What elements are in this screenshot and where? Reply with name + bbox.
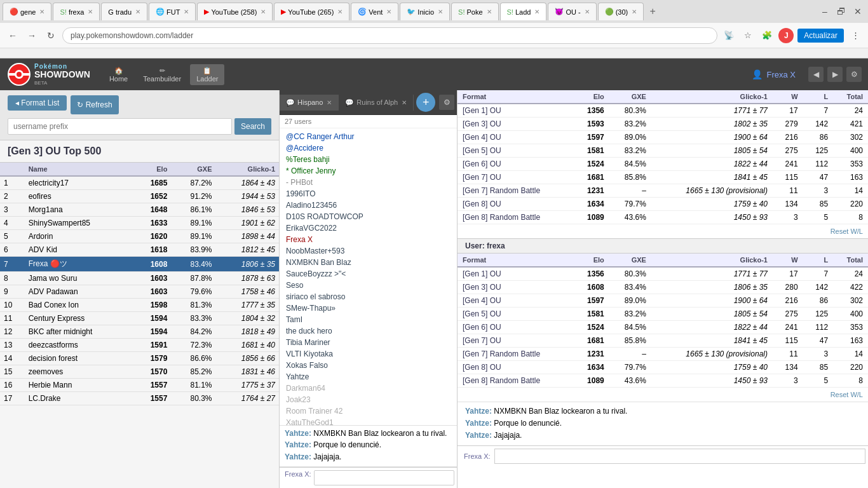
tab-close-inicio[interactable]: ✕ xyxy=(438,8,443,15)
nav-teambuilder-button[interactable]: ✏ Teambuilder xyxy=(137,64,187,85)
chat-user-item[interactable]: 1996ITO xyxy=(280,188,457,200)
nav-left-button[interactable]: ◀ xyxy=(808,67,824,82)
ladder-row[interactable]: 8 Jama wo Suru 1603 87.8% 1878 ± 63 xyxy=(0,272,279,285)
browser-tab-ou[interactable]: 😈 OU - ✕ xyxy=(548,3,596,20)
ladder-scroll[interactable]: Name Elo GXE Glicko-1 1 electricity17 16… xyxy=(0,163,279,488)
back-button[interactable]: ← xyxy=(5,28,20,43)
tab-close-ladd[interactable]: ✕ xyxy=(534,8,539,15)
browser-bookmark-button[interactable]: ☆ xyxy=(740,28,756,43)
chat-user-item[interactable]: SMew-Thapu» xyxy=(280,302,457,314)
minimize-button[interactable]: – xyxy=(817,4,832,19)
browser-tab-ladd[interactable]: S! Ladd ✕ xyxy=(500,3,547,20)
ladder-row[interactable]: 10 Bad Conex Ion 1598 81.3% 1777 ± 35 xyxy=(0,299,279,312)
forward-button[interactable]: → xyxy=(24,28,39,43)
ladder-row[interactable]: 7 Frexa 🔴ツ 1608 83.4% 1806 ± 35 xyxy=(0,257,279,272)
tab-hispano-close[interactable]: ✕ xyxy=(327,99,332,106)
chat-user-item[interactable]: VLTI Kiyotaka xyxy=(280,348,457,360)
chat-user-item[interactable]: SauceBoyzzz >"< xyxy=(280,268,457,280)
browser-tab-fut[interactable]: 🌐 FUT ✕ xyxy=(149,3,196,20)
maximize-button[interactable]: 🗗 xyxy=(834,4,849,19)
chat-user-item[interactable]: the duck hero xyxy=(280,325,457,337)
chat-user-item[interactable]: TamI xyxy=(280,314,457,325)
chat-user-item[interactable]: Aladino123456 xyxy=(280,200,457,211)
ladder-row[interactable]: 1 electricity17 1685 87.2% 1864 ± 43 xyxy=(0,176,279,190)
ladder-row[interactable]: 9 ADV Padawan 1603 79.6% 1758 ± 46 xyxy=(0,285,279,299)
browser-tab-yt2[interactable]: ▶ YouTube (265) ✕ xyxy=(274,3,349,20)
chat-user-item[interactable]: Darkman64 xyxy=(280,383,457,394)
nav-ladder-button[interactable]: 📋 Ladder xyxy=(190,64,224,85)
room-settings-button[interactable]: ⚙ xyxy=(439,95,454,110)
ladder-row[interactable]: 2 eofires 1652 91.2% 1944 ± 53 xyxy=(0,190,279,203)
tab-ruins[interactable]: 💬 Ruins of Alph ✕ xyxy=(339,95,414,111)
nav-home-button[interactable]: 🏠 Home xyxy=(103,64,134,85)
ladder-row[interactable]: 5 Ardorin 1620 89.1% 1898 ± 44 xyxy=(0,230,279,243)
tab-close-30[interactable]: ✕ xyxy=(632,8,637,15)
ladder-row[interactable]: 16 Herbie Mann 1557 81.1% 1775 ± 37 xyxy=(0,379,279,392)
browser-tab-frexa[interactable]: S! frexa ✕ xyxy=(53,3,100,20)
tab-close-frexa[interactable]: ✕ xyxy=(88,8,93,15)
tab-hispano[interactable]: 💬 Hispano ✕ xyxy=(280,95,339,111)
refresh-button[interactable]: ↻ Refresh xyxy=(71,95,118,114)
chat-user-item[interactable]: Xokas Falso xyxy=(280,360,457,371)
browser-account-avatar[interactable]: J xyxy=(778,28,794,43)
ladder-row[interactable]: 15 zeemoves 1570 85.2% 1831 ± 46 xyxy=(0,365,279,379)
update-button[interactable]: Actualizar xyxy=(797,29,844,43)
tab-close-yt2[interactable]: ✕ xyxy=(337,8,342,15)
browser-tab-tradu[interactable]: G tradu ✕ xyxy=(101,3,147,20)
search-button[interactable]: Search xyxy=(234,118,271,135)
chat-user-item[interactable]: D10S ROADTOWCOP xyxy=(280,211,457,222)
reload-button[interactable]: ↻ xyxy=(43,28,58,43)
add-room-button[interactable]: + xyxy=(416,93,435,112)
tab-ruins-close[interactable]: ✕ xyxy=(402,99,407,106)
close-window-button[interactable]: ✕ xyxy=(850,4,865,19)
chat-user-item[interactable]: Tibia Mariner xyxy=(280,337,457,348)
ladder-row[interactable]: 14 decision forest 1579 86.6% 1856 ± 66 xyxy=(0,352,279,365)
chat-user-item[interactable]: Room Trainer 42 xyxy=(280,405,457,417)
right-chat-field[interactable] xyxy=(494,449,865,464)
ladder-row[interactable]: 13 deezcastforms 1591 72.3% 1681 ± 40 xyxy=(0,339,279,352)
settings-button[interactable]: ⚙ xyxy=(846,67,862,82)
chat-user-item[interactable]: XatuTheGod1 xyxy=(280,417,457,425)
new-tab-button[interactable]: + xyxy=(645,4,660,19)
reset-wl-link-top[interactable]: Reset W/L xyxy=(831,227,863,235)
tab-close-tradu[interactable]: ✕ xyxy=(135,8,140,15)
browser-tab-inicio[interactable]: 🐦 Inicio ✕ xyxy=(400,3,450,20)
ladder-row[interactable]: 12 BKC after midnight 1594 84.2% 1818 ± … xyxy=(0,325,279,339)
browser-extensions-button[interactable]: 🧩 xyxy=(759,28,775,43)
tab-close-gene[interactable]: ✕ xyxy=(39,8,44,15)
chat-user-item[interactable]: Seso xyxy=(280,280,457,291)
browser-tab-poke[interactable]: S! Poke ✕ xyxy=(451,3,498,20)
chat-user-item[interactable]: siriaco el sabroso xyxy=(280,291,457,302)
address-bar[interactable]: play.pokemonshowdown.com/ladder xyxy=(62,27,717,44)
chat-user-item[interactable]: Frexa X xyxy=(280,234,457,245)
browser-tab-vent[interactable]: 🌀 Vent ✕ xyxy=(351,3,398,20)
nav-right-button[interactable]: ▶ xyxy=(827,67,843,82)
chat-user-item[interactable]: Yahtze xyxy=(280,371,457,383)
tab-close-vent[interactable]: ✕ xyxy=(386,8,391,15)
search-input[interactable] xyxy=(8,118,232,135)
browser-cast-button[interactable]: 📡 xyxy=(721,28,736,43)
ladder-row[interactable]: 17 LC.Drake 1557 80.3% 1764 ± 27 xyxy=(0,392,279,405)
chat-user-item[interactable]: NXMBKN Ban Blaz xyxy=(280,257,457,268)
chat-user-item[interactable]: @CC Ranger Arthur xyxy=(280,131,457,142)
chat-user-item[interactable]: ErikaVGC2022 xyxy=(280,222,457,234)
chat-user-item[interactable]: - PHBot xyxy=(280,177,457,188)
ladder-row[interactable]: 4 ShinySwampert85 1633 89.1% 1901 ± 62 xyxy=(0,217,279,230)
browser-tab-yt1[interactable]: ▶ YouTube (258) ✕ xyxy=(197,3,273,20)
chat-user-item[interactable]: * Officer Jenny xyxy=(280,165,457,177)
reset-wl-link-user[interactable]: Reset W/L xyxy=(831,391,863,398)
ladder-row[interactable]: 11 Century Express 1594 83.3% 1804 ± 32 xyxy=(0,312,279,325)
ladder-row[interactable]: 3 Morg1ana 1648 86.1% 1846 ± 53 xyxy=(0,203,279,217)
browser-menu-button[interactable]: ⋮ xyxy=(848,28,863,43)
tab-close-ou[interactable]: ✕ xyxy=(585,8,590,15)
chat-input-field[interactable] xyxy=(314,470,454,485)
ladder-row[interactable]: 6 ADV Kid 1618 83.9% 1812 ± 45 xyxy=(0,243,279,257)
chat-user-item[interactable]: %Teres bahji xyxy=(280,154,457,165)
chat-user-item[interactable]: @Accidere xyxy=(280,142,457,154)
tab-close-poke[interactable]: ✕ xyxy=(487,8,492,15)
format-list-button[interactable]: ◂ Format List xyxy=(8,95,67,111)
browser-tab-30[interactable]: 🟢 (30) ✕ xyxy=(598,3,644,20)
tab-close-yt1[interactable]: ✕ xyxy=(261,8,266,15)
chat-user-item[interactable]: Joak23 xyxy=(280,394,457,405)
tab-close-fut[interactable]: ✕ xyxy=(184,8,189,15)
